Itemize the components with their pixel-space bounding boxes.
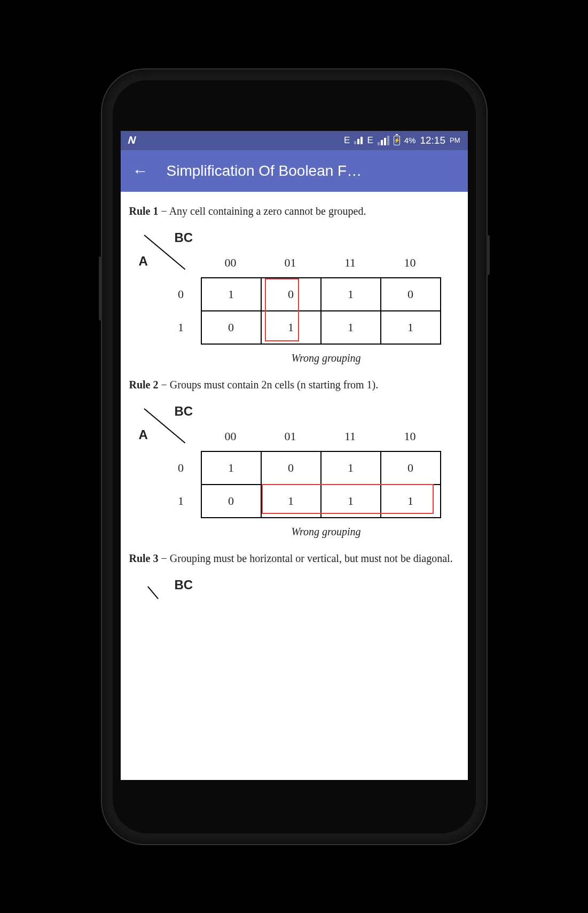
app-bar: ← Simplification Of Boolean F… [121, 150, 468, 192]
volume-button [99, 256, 102, 321]
kmap-cell: 0 [381, 451, 441, 485]
bc-axis-label: BC [175, 230, 193, 245]
col-header: 10 [380, 430, 440, 443]
kmap-cell: 1 [321, 278, 381, 311]
rule-1-label: Rule 1 [129, 205, 159, 217]
diagonal-line-icon [147, 586, 158, 599]
rule-1-desc: − Any cell containing a zero cannot be g… [159, 205, 366, 217]
row-header: 1 [129, 311, 201, 344]
power-button [487, 235, 490, 275]
back-button[interactable]: ← [132, 162, 148, 180]
status-left: N [128, 134, 136, 146]
col-headers: 00 01 11 10 [201, 430, 440, 443]
bc-axis-label: BC [175, 404, 193, 419]
row-headers: 0 1 [129, 278, 201, 344]
bc-axis-label: BC [175, 578, 193, 592]
col-headers: 00 01 11 10 [201, 256, 440, 270]
network-label: E [344, 135, 350, 146]
kmap-2-table: 1 0 1 0 0 1 1 1 [201, 451, 441, 518]
col-header: 00 [201, 256, 261, 270]
row-header: 0 [129, 278, 201, 311]
kmap-1: BC A 00 01 11 10 0 1 [129, 229, 459, 345]
kmap-cell: 0 [261, 451, 321, 485]
rule-3-text: Rule 3 − Grouping must be horizontal or … [129, 550, 459, 567]
kmap-1-table: 1 0 1 0 0 1 1 1 [201, 277, 441, 345]
col-header: 10 [380, 256, 440, 270]
clock-suffix: PM [450, 136, 460, 144]
page-title: Simplification Of Boolean F… [167, 162, 362, 180]
android-n-icon: N [126, 134, 137, 146]
phone-frame: N E E ⚡ 4% 12:15 PM [102, 69, 487, 844]
col-header: 11 [320, 430, 380, 443]
table-row: 1 0 1 0 [201, 278, 441, 311]
kmap-1-header: BC A 00 01 11 10 [129, 229, 459, 277]
signal-icon [354, 137, 363, 144]
content-area[interactable]: Rule 1 − Any cell containing a zero cann… [121, 192, 468, 780]
a-axis-label: A [139, 254, 148, 269]
kmap-cell: 1 [381, 311, 441, 344]
kmap-2-body: 0 1 1 0 1 0 0 1 [129, 451, 459, 518]
a-axis-label: A [139, 427, 148, 442]
kmap-1-body: 0 1 1 0 1 0 0 1 [129, 277, 459, 345]
kmap-cell: 1 [201, 451, 261, 485]
row-header: 1 [129, 485, 201, 518]
col-header: 00 [201, 430, 261, 443]
rule-2-label: Rule 2 [129, 379, 159, 391]
table-row: 0 1 1 1 [201, 485, 441, 518]
kmap-3: BC [129, 576, 459, 598]
rule-2-text: Rule 2 − Groups must contain 2n cells (n… [129, 376, 459, 393]
kmap-cell: 0 [201, 485, 261, 518]
kmap-cell: 1 [321, 485, 381, 518]
row-headers: 0 1 [129, 451, 201, 518]
phone-inner: N E E ⚡ 4% 12:15 PM [113, 80, 476, 833]
kmap-cell: 1 [381, 485, 441, 518]
col-header: 01 [261, 430, 320, 443]
kmap-cell: 0 [201, 311, 261, 344]
rule-3-label: Rule 3 [129, 552, 159, 564]
clock-time: 12:15 [420, 135, 445, 146]
table-row: 0 1 1 1 [201, 311, 441, 344]
battery-percent: 4% [404, 136, 416, 145]
kmap-cell: 1 [321, 451, 381, 485]
table-row: 1 0 1 0 [201, 451, 441, 485]
rule-2-desc: − Groups must contain 2n cells (n starti… [159, 379, 379, 391]
kmap-cell: 1 [201, 278, 261, 311]
kmap-cell: 0 [381, 278, 441, 311]
kmap-2-caption: Wrong grouping [129, 526, 459, 538]
battery-icon: ⚡ [394, 136, 400, 145]
rule-3-desc: − Grouping must be horizontal or vertica… [159, 552, 453, 564]
status-bar: N E E ⚡ 4% 12:15 PM [121, 131, 468, 150]
kmap-cell: 0 [261, 278, 321, 311]
status-right: E E ⚡ 4% 12:15 PM [344, 135, 460, 146]
kmap-cell: 1 [261, 311, 321, 344]
kmap-1-caption: Wrong grouping [129, 352, 459, 364]
row-header: 0 [129, 451, 201, 485]
col-header: 11 [320, 256, 380, 270]
kmap-2: BC A 00 01 11 10 0 1 [129, 403, 459, 518]
signal-icon [378, 136, 389, 145]
kmap-cell: 1 [261, 485, 321, 518]
network-label: E [367, 135, 373, 146]
kmap-3-header: BC [129, 576, 459, 598]
kmap-cell: 1 [321, 311, 381, 344]
screen: N E E ⚡ 4% 12:15 PM [121, 131, 468, 780]
rule-1-text: Rule 1 − Any cell containing a zero cann… [129, 202, 459, 220]
kmap-2-header: BC A 00 01 11 10 [129, 403, 459, 451]
col-header: 01 [261, 256, 320, 270]
